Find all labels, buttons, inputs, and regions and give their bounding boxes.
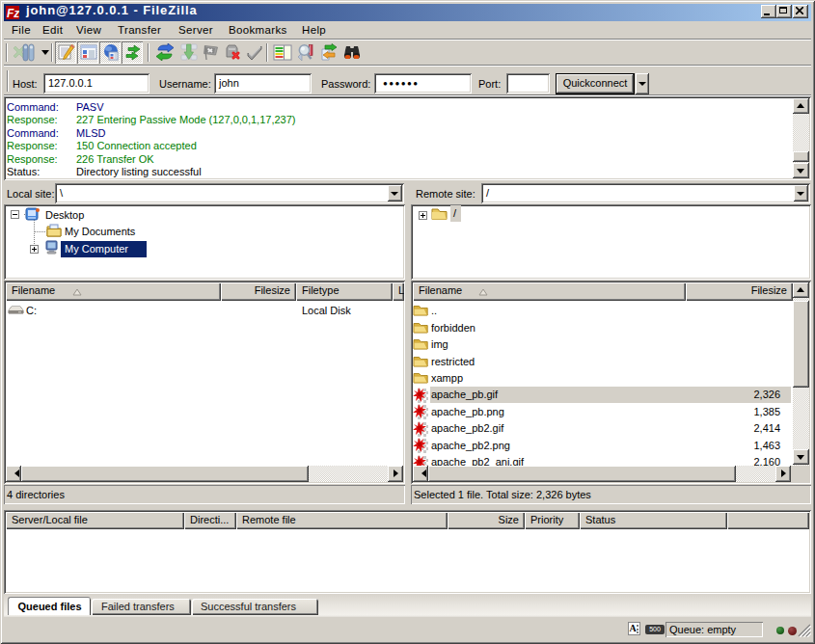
svg-text:A: A: [630, 623, 638, 633]
svg-text:Fz: Fz: [7, 7, 19, 20]
